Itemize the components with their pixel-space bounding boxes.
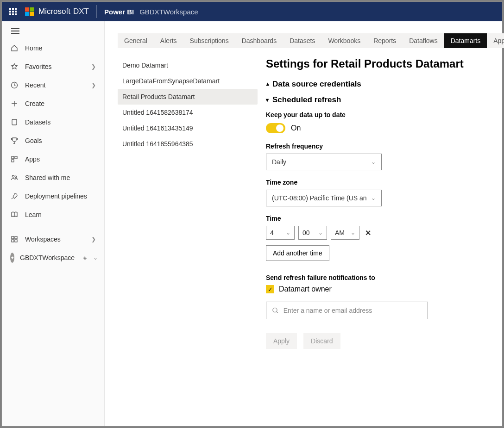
nav-apps[interactable]: Apps [2, 150, 104, 168]
nav-pipelines[interactable]: Deployment pipelines [2, 187, 104, 205]
settings-tabs: General Alerts Subscriptions Dashboards … [118, 33, 504, 48]
time-hour-select[interactable]: 4 ⌄ [266, 226, 295, 240]
nav-label: Goals [25, 137, 42, 144]
chevron-down-icon: ⌄ [371, 159, 376, 165]
frequency-select[interactable]: Daily ⌄ [266, 154, 382, 170]
section-label: Scheduled refresh [272, 95, 341, 105]
time-minute-select[interactable]: 00 ⌄ [298, 226, 327, 240]
settings-panel: Settings for Retail Products Datamart ▸ … [262, 48, 504, 426]
svg-rect-9 [12, 240, 14, 242]
home-icon [10, 44, 19, 52]
database-icon [10, 118, 19, 126]
section-credentials[interactable]: ▸ Data source credentials [266, 80, 493, 89]
tab-dashboards[interactable]: Dashboards [235, 33, 284, 48]
datamart-item[interactable]: Untitled 1641582638174 [118, 105, 258, 120]
toggle-state: On [291, 124, 301, 132]
tab-subscriptions[interactable]: Subscriptions [183, 33, 235, 48]
notify-input[interactable] [284, 307, 422, 314]
tab-workbooks[interactable]: Workbooks [321, 33, 367, 48]
workspace-breadcrumb[interactable]: GBDXTWorkspace [139, 8, 198, 16]
nav-home[interactable]: Home [2, 39, 104, 57]
chevron-down-icon: ⌄ [93, 254, 98, 261]
add-time-button[interactable]: Add another time [266, 245, 329, 261]
nav-label: Home [25, 44, 42, 52]
triangle-right-icon: ▸ [264, 83, 271, 86]
datamart-item[interactable]: Retail Products Datamart [118, 89, 258, 105]
nav-label: Create [25, 100, 44, 107]
nav-label: Apps [25, 155, 40, 163]
nav-goals[interactable]: Goals [2, 131, 104, 150]
premium-icon: ◈ [83, 255, 87, 261]
brand-suffix: DXT [73, 7, 89, 16]
svg-rect-2 [12, 156, 14, 159]
hamburger-button[interactable] [2, 21, 104, 39]
nav-label: GBDXTWorkspace [20, 254, 75, 261]
svg-rect-10 [15, 240, 17, 242]
chevron-down-icon: ⌄ [351, 230, 355, 236]
tab-general[interactable]: General [118, 33, 154, 48]
svg-rect-7 [12, 236, 14, 239]
select-value: Daily [272, 158, 286, 166]
tab-alerts[interactable]: Alerts [154, 33, 183, 48]
nav-label: Shared with me [25, 174, 70, 181]
datamart-item[interactable]: Untitled 1641613435149 [118, 120, 258, 136]
nav-label: Recent [25, 81, 45, 89]
nav-label: Deployment pipelines [25, 192, 87, 200]
remove-time-button[interactable]: ✕ [363, 227, 373, 239]
apply-button[interactable]: Apply [266, 333, 297, 349]
nav-recent[interactable]: Recent ❯ [2, 76, 104, 94]
topbar: Microsoft DXT Power BI GBDXTWorkspace [2, 2, 502, 21]
datamart-item[interactable]: Demo Datamart [118, 57, 258, 73]
nav-current-workspace[interactable]: ✦ GBDXTWorkspace ◈ ⌄ [2, 248, 104, 267]
workspace-avatar-icon: ✦ [10, 253, 14, 263]
time-ampm-select[interactable]: AM ⌄ [331, 226, 359, 240]
time-label: Time [266, 215, 493, 222]
tab-dataflows[interactable]: Dataflows [403, 33, 444, 48]
nav-datasets[interactable]: Datasets [2, 113, 104, 131]
book-icon [10, 211, 19, 219]
tab-app[interactable]: App [487, 33, 504, 48]
section-label: Data source credentials [272, 80, 361, 89]
svg-point-11 [273, 308, 277, 312]
discard-button[interactable]: Discard [303, 333, 340, 349]
tab-datasets[interactable]: Datasets [283, 33, 321, 48]
nav-label: Favorites [25, 63, 52, 70]
tab-datamarts[interactable]: Datamarts [444, 33, 487, 48]
datamart-item[interactable]: LargeDataFromSynapseDatamart [118, 73, 258, 89]
product-name[interactable]: Power BI [104, 8, 134, 16]
star-icon [10, 62, 19, 71]
sidebar: Home Favorites ❯ Recent ❯ Create Dataset… [2, 21, 105, 426]
select-value: 00 [302, 229, 310, 236]
brand-text: Microsoft [38, 7, 70, 16]
tab-reports[interactable]: Reports [367, 33, 403, 48]
select-value: AM [335, 229, 345, 236]
chevron-down-icon: ⌄ [371, 195, 376, 201]
microsoft-logo-icon [25, 7, 34, 16]
nav-workspaces[interactable]: Workspaces ❯ [2, 230, 104, 248]
keep-data-label: Keep your data up to date [266, 111, 493, 118]
section-scheduled-refresh[interactable]: ▾ Scheduled refresh [266, 95, 493, 105]
chevron-right-icon: ❯ [91, 63, 96, 70]
notify-label: Send refresh failure notifications to [266, 274, 493, 281]
clock-icon [10, 81, 19, 89]
notify-search[interactable] [266, 302, 428, 319]
nav-label: Datasets [25, 118, 50, 126]
nav-learn[interactable]: Learn [2, 205, 104, 224]
timezone-select[interactable]: (UTC-08:00) Pacific Time (US an ⌄ [266, 190, 382, 206]
nav-shared[interactable]: Shared with me [2, 168, 104, 187]
triangle-down-icon: ▾ [266, 97, 269, 103]
datamart-item[interactable]: Untitled 1641855964385 [118, 136, 258, 152]
nav-favorites[interactable]: Favorites ❯ [2, 57, 104, 76]
svg-point-6 [15, 176, 17, 178]
svg-rect-4 [12, 160, 14, 162]
owner-checkbox[interactable]: ✓ [266, 285, 274, 293]
search-icon [272, 307, 279, 314]
refresh-toggle[interactable] [266, 123, 285, 133]
chevron-right-icon: ❯ [91, 236, 96, 242]
svg-rect-3 [15, 156, 17, 159]
svg-point-5 [12, 175, 14, 177]
chevron-right-icon: ❯ [91, 82, 96, 88]
app-launcher-icon[interactable] [9, 8, 17, 15]
nav-create[interactable]: Create [2, 94, 104, 113]
timezone-label: Time zone [266, 179, 493, 186]
